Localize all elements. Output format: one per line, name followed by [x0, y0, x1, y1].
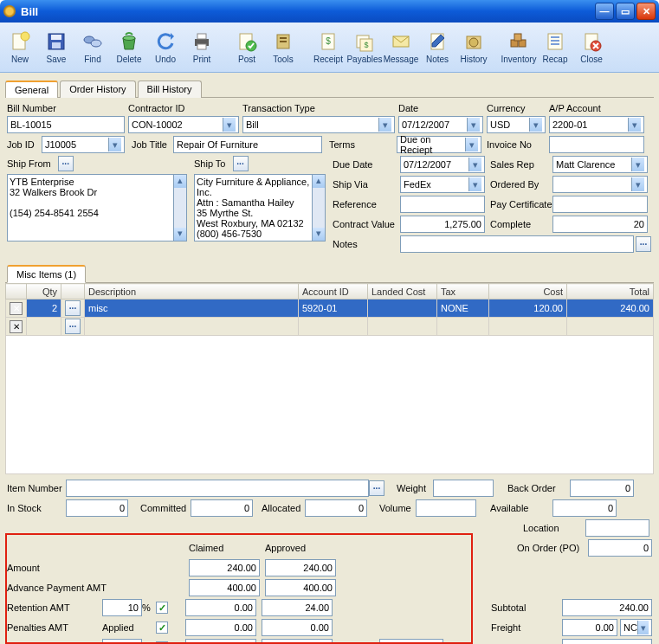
transaction-type-combo[interactable]: Bill▾: [242, 116, 395, 133]
in-stock-input[interactable]: [66, 499, 128, 517]
amount-approved-input[interactable]: [265, 559, 336, 576]
row-lookup-button[interactable]: ···: [65, 319, 81, 334]
delete-button[interactable]: Delete: [111, 24, 147, 69]
row-lookup-button[interactable]: ···: [65, 300, 81, 316]
back-order-label: Back Order: [507, 483, 570, 493]
due-date-combo[interactable]: 07/12/2007▾: [400, 156, 485, 173]
amount-claimed-input[interactable]: [189, 559, 260, 576]
row-delete-button[interactable]: ✕: [10, 302, 23, 315]
payables-button[interactable]: $Payables: [346, 24, 383, 69]
new-button[interactable]: New: [2, 24, 38, 69]
retention-claimed-input[interactable]: [185, 599, 256, 616]
table-row[interactable]: ✕2···misc5920-01NONE120.00240.00: [6, 299, 654, 318]
on-order-input[interactable]: [588, 539, 652, 557]
tab-misc-items[interactable]: Misc Items (1): [7, 265, 86, 283]
penalties-claimed-input[interactable]: [185, 619, 256, 636]
pay-certificate-label: Pay Certificate: [490, 199, 552, 209]
find-button[interactable]: Find: [74, 24, 111, 69]
ship-to-lookup-button[interactable]: ···: [233, 156, 249, 171]
ship-to-scrollbar[interactable]: ▴▾: [313, 174, 326, 242]
bill-number-input[interactable]: [7, 116, 125, 133]
freight-code-combo[interactable]: NC▾: [620, 619, 652, 636]
subtotal-input[interactable]: [562, 599, 652, 616]
col-cost[interactable]: Cost: [489, 284, 567, 299]
close-button[interactable]: Close: [573, 24, 610, 69]
contractor-id-combo[interactable]: CON-10002▾: [128, 116, 239, 133]
message-button[interactable]: Message: [383, 24, 419, 69]
toolbar-label: Undo: [155, 55, 176, 64]
tools-button[interactable]: Tools: [265, 24, 301, 69]
on-order-label: On Order (PO): [517, 543, 588, 553]
ship-from-address[interactable]: [7, 174, 174, 242]
invoice-no-input[interactable]: [549, 136, 644, 153]
col-tax[interactable]: Tax: [437, 284, 489, 299]
reference-input[interactable]: [400, 196, 485, 213]
terms-combo[interactable]: Due on Reciept▾: [397, 136, 481, 153]
recovery-claimed-input[interactable]: [185, 639, 256, 644]
minimize-button[interactable]: —: [595, 3, 614, 20]
post-button[interactable]: Post: [229, 24, 265, 69]
receipt-button[interactable]: $Receipt: [310, 24, 346, 69]
ordered-by-combo[interactable]: ▾: [552, 176, 648, 193]
item-number-lookup-button[interactable]: ···: [369, 480, 384, 496]
advance-approved-input[interactable]: [265, 579, 336, 596]
col-description[interactable]: Description: [85, 284, 299, 299]
history-button[interactable]: History: [455, 24, 492, 69]
inventory-button[interactable]: Inventory: [501, 24, 537, 69]
back-order-input[interactable]: [570, 480, 634, 497]
recovery-approved-input[interactable]: [262, 639, 333, 644]
col-landed-cost[interactable]: Landed Cost: [368, 284, 437, 299]
row-delete-button[interactable]: ✕: [10, 320, 23, 333]
ship-from-lookup-button[interactable]: ···: [58, 156, 74, 171]
item-number-input[interactable]: [66, 480, 369, 497]
currency-combo[interactable]: USD▾: [487, 116, 546, 133]
close-button[interactable]: ✕: [636, 3, 656, 20]
col-qty[interactable]: Qty: [27, 284, 61, 299]
maximize-button[interactable]: ▭: [616, 3, 635, 20]
penalties-checkbox[interactable]: ✓: [156, 621, 168, 634]
job-title-input[interactable]: [173, 136, 322, 153]
payables-icon: $: [353, 30, 376, 53]
ship-from-scrollbar[interactable]: ▴▾: [174, 174, 187, 242]
save-button[interactable]: Save: [38, 24, 74, 69]
volume-input[interactable]: [416, 499, 476, 517]
table-row[interactable]: ✕···: [6, 318, 654, 336]
tab-bill-history[interactable]: Bill History: [138, 80, 202, 98]
freight-input[interactable]: [562, 619, 617, 636]
date-combo[interactable]: 07/12/2007▾: [398, 116, 483, 133]
notes-input[interactable]: [400, 235, 634, 253]
retention-approved-input[interactable]: [262, 599, 333, 616]
col-account-id[interactable]: Account ID: [299, 284, 368, 299]
penalties-approved-input[interactable]: [262, 619, 333, 636]
sales-rep-combo[interactable]: Matt Clarence▾: [552, 156, 648, 173]
tab-general[interactable]: General: [5, 80, 58, 98]
print-button[interactable]: Print: [184, 24, 220, 69]
available-input[interactable]: [552, 499, 617, 517]
retention-pct-input[interactable]: [102, 599, 142, 616]
ship-to-address[interactable]: [194, 174, 313, 242]
disputed-input[interactable]: [379, 639, 443, 644]
job-title-label: Job Title: [132, 139, 173, 150]
ap-account-combo[interactable]: 2200-01▾: [549, 116, 644, 133]
pay-certificate-input[interactable]: [552, 196, 648, 213]
complete-input[interactable]: [552, 216, 648, 233]
committed-input[interactable]: [191, 499, 253, 517]
job-id-combo[interactable]: J10005▾: [42, 136, 125, 153]
retention-checkbox[interactable]: ✓: [156, 602, 168, 614]
notes-button[interactable]: Notes: [419, 24, 455, 69]
tax-input[interactable]: [562, 639, 652, 644]
col-total[interactable]: Total: [567, 284, 654, 299]
location-input[interactable]: [585, 519, 649, 537]
undo-button[interactable]: Undo: [147, 24, 184, 69]
contract-value-input[interactable]: [400, 216, 485, 233]
recovery-pct-input[interactable]: [102, 639, 142, 644]
grid-tabs: Misc Items (1): [5, 263, 654, 283]
tab-order-history[interactable]: Order History: [60, 80, 135, 98]
notes-label: Notes: [333, 239, 400, 249]
allocated-input[interactable]: [305, 499, 367, 517]
recap-button[interactable]: Recap: [537, 24, 573, 69]
advance-claimed-input[interactable]: [189, 579, 260, 596]
weight-input[interactable]: [433, 480, 494, 497]
notes-lookup-button[interactable]: ···: [636, 236, 651, 252]
ship-via-combo[interactable]: FedEx▾: [400, 176, 485, 193]
